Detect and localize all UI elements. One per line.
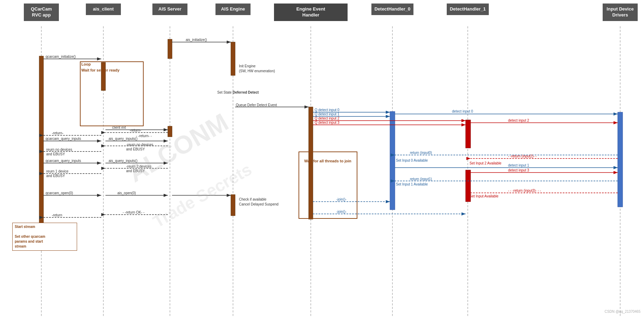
lifeline-detect1: DetectHandler_1 <box>447 4 489 15</box>
label-set-input1: Set Input 1 Available <box>396 182 428 186</box>
label-return-input2: - -return (input2)- - <box>508 154 537 158</box>
label-no-devices-qcarcam: reurn no devicesand EBUSY <box>46 147 72 156</box>
label-return-input0: return (input0) <box>410 151 432 155</box>
label-detect-input-1: detect input 1 <box>508 163 529 167</box>
label-set-state: Set State Deferred Detect <box>217 90 259 94</box>
loop-label: Loop <box>81 62 91 66</box>
label-detect-input-0: detect input 0 <box>452 109 473 113</box>
label-qcarcam-initialize: qcarcam_initialize() <box>46 55 76 59</box>
label-check-available: Check if available <box>239 197 266 201</box>
label-detect-input-2: detect input 2 <box>508 119 529 122</box>
diagram-container: QCarCamRVC app ais_client AIS Server AIS… <box>0 0 644 317</box>
svg-rect-16 <box>39 56 43 224</box>
lifeline-detect0: DetectHandler_0 <box>371 4 413 15</box>
label-detect-input-3: detect input 3 <box>508 168 529 172</box>
label-return-input3: - - -return (input3)- - - <box>508 189 541 193</box>
lifeline-ais-engine: AIS Engine <box>215 4 251 15</box>
label-query-inputs-1: qcarcam_query_inputs <box>46 137 81 141</box>
label-ais-query-2: ais_query_inputs() <box>109 159 137 163</box>
lifeline-ais-client: ais_client <box>86 4 121 15</box>
svg-rect-20 <box>231 42 235 75</box>
wait-threads-label: Wait for all threads to join <box>301 158 355 164</box>
label-q-detect-0: Q detect input 0 <box>315 108 340 112</box>
label-q-detect-1: Q detect input 1 <box>315 112 340 116</box>
svg-rect-19 <box>168 126 172 137</box>
label-no-devices-1: -reurn no devicesand EBUSY <box>126 142 153 151</box>
watermark-2: Trade Secrets <box>150 160 255 231</box>
label-ais-query-1: ais_query_inputs() <box>109 137 137 141</box>
svg-rect-21 <box>231 195 235 216</box>
label-return-top2: - -return- - <box>136 134 152 138</box>
lifeline-qcarcam: QCarCamRVC app <box>24 4 59 21</box>
label-return-final: -return <box>52 213 62 217</box>
svg-rect-24 <box>466 120 471 148</box>
loop-sublabel: Wait for server ready <box>81 68 119 72</box>
csdn-credit: CSDN @qq_21370465 <box>605 310 640 313</box>
label-return-input1: return (input1) <box>410 177 432 181</box>
label-queue-defer: Queue Defer Detect Event <box>236 103 277 107</box>
label-qcarcam-open: qcarcam_open(0) <box>46 191 73 195</box>
label-init-engine: Init Engine(SW, HW enumeration) <box>239 64 275 74</box>
label-ais-open: ais_open(0) <box>117 191 136 195</box>
label-query-inputs-2: qcarcam_query_inputs <box>46 159 81 163</box>
label-return-ok: - -return OK- - <box>123 210 144 214</box>
lifeline-input-drivers: Input DeviceDrivers <box>603 4 638 21</box>
label-2-devices: -reurn 2 devicesand EBUSY <box>126 164 151 173</box>
label-q-detect-2: Q detect input 2 <box>315 116 340 120</box>
svg-rect-18 <box>168 39 172 59</box>
label-return-server-client: -return- <box>130 128 141 132</box>
lifeline-ais-server: AIS Server <box>152 4 187 15</box>
label-set-input0: Set Input 0 Available <box>396 158 428 162</box>
label-return-client-qcarcam: -return- <box>52 131 63 135</box>
label-ais-initialize: ais_initialize() <box>186 38 207 42</box>
label-q-detect-3: Q detect input 3 <box>315 121 340 124</box>
svg-rect-26 <box>618 112 623 207</box>
label-1-device: reurn 1 deviceand EBUSY <box>46 169 68 178</box>
start-stream-box: Start streamSet other qcarcamparams and … <box>12 223 77 251</box>
label-set-input2: Set Input 2 Available <box>470 161 501 165</box>
label-cancel-delayed: Cancel Delayed Suspend <box>239 202 279 206</box>
label-set-input-avail: Set Input Available <box>470 194 499 198</box>
lifeline-engine-event: Engine EventHandler <box>274 4 348 21</box>
svg-rect-23 <box>390 112 395 210</box>
